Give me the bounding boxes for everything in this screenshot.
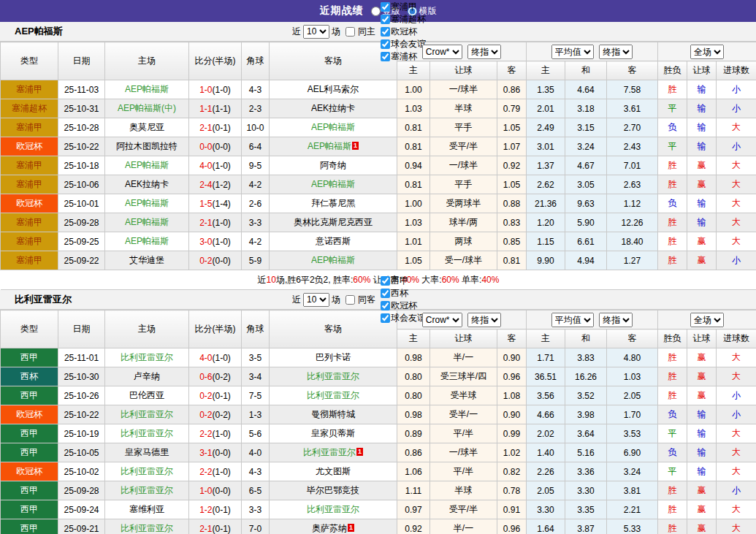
odds-handicap: 受三球半/四 [430, 367, 497, 386]
col-home: 主场 [105, 310, 189, 348]
team-label: 比利亚雷亚尔 [121, 485, 173, 495]
league-filter[interactable]: 欧冠杯 [378, 300, 426, 312]
result-goals: 大 [717, 424, 756, 443]
match-row: 塞浦甲25-09-22艾华迪堡0-2(0-0)5-9AEP帕福斯1.05受一/球… [1, 251, 756, 270]
league-badge: 塞浦甲 [1, 213, 58, 232]
odds-company-select[interactable]: Crow* [422, 313, 462, 327]
match-date: 25-10-26 [58, 386, 105, 405]
away-team: 曼彻斯特城 [270, 405, 397, 424]
odds-home: 1.06 [397, 462, 430, 481]
halftime-score: (1-0) [213, 237, 231, 247]
result-handicap: 输 [687, 80, 717, 99]
league-checkbox[interactable] [381, 301, 390, 310]
same-venue-label: 同主 [358, 26, 375, 38]
league-badge: 欧冠杯 [1, 194, 58, 213]
fulltime-score: 1-0 [199, 85, 212, 95]
fulltime-score: 0-0 [199, 142, 212, 152]
fulltime-select[interactable]: 全场 [690, 45, 724, 59]
summary-stat-value: 60% [442, 275, 459, 285]
avg-away: 3.61 [607, 99, 658, 118]
avg-away: 3.53 [607, 424, 658, 443]
team-label: AEP帕福斯 [125, 198, 169, 208]
odds-away: 1.05 [497, 118, 527, 137]
team-label: 比利亚雷亚尔 [121, 523, 173, 533]
league-checkbox[interactable] [381, 313, 390, 323]
league-badge: 欧冠杯 [1, 405, 58, 424]
league-badge: 西甲 [1, 519, 58, 534]
league-checkbox[interactable] [381, 27, 390, 37]
odds-home: 1.00 [397, 194, 430, 213]
fulltime-score: 2-4 [199, 180, 212, 190]
match-count-select[interactable]: 10 [303, 293, 329, 307]
halftime-score: (1-0) [213, 467, 231, 477]
avg-draw: 16.26 [565, 367, 607, 386]
league-checkbox[interactable] [381, 276, 390, 286]
result-handicap: 赢 [687, 386, 717, 405]
match-row: 塞浦甲25-09-28AEP帕福斯2-1(1-0)3-3奥林比克斯尼克西亚1.0… [1, 213, 756, 232]
match-row: 塞浦甲25-10-06AEK拉纳卡2-4(1-2)4-2AEP帕福斯0.81平手… [1, 175, 756, 194]
league-checkbox-label: 塞浦甲 [391, 1, 417, 13]
match-row: 塞浦超杯25-10-31AEP帕福斯(中)1-1(1-1)2-3AEK拉纳卡1.… [1, 99, 756, 118]
match-date: 25-11-03 [58, 80, 105, 99]
avg-away: 7.01 [607, 156, 658, 175]
odds-away: 0.82 [497, 462, 527, 481]
team-label: AEP帕福斯 [125, 160, 169, 170]
match-date: 25-09-28 [58, 481, 105, 500]
subcol-avg-away: 客 [607, 329, 658, 348]
avg-draw: 3.24 [565, 137, 607, 156]
odds-final-select[interactable]: 终指 [467, 45, 501, 59]
match-row: 西甲25-11-01比利亚雷亚尔4-0(1-0)3-5巴列卡诺0.98半/一0.… [1, 348, 756, 367]
league-filter[interactable]: 塞浦甲 [378, 1, 426, 13]
league-filter[interactable]: 西杯 [378, 287, 426, 300]
score-cell: 0-0(0-0) [189, 137, 242, 156]
league-filter[interactable]: 西甲 [378, 275, 426, 287]
league-checkbox[interactable] [381, 2, 390, 12]
halftime-score: (0-2) [213, 410, 231, 420]
home-team: 比利亚雷亚尔 [105, 424, 189, 443]
average-select[interactable]: 平均值 [551, 45, 594, 59]
result-goals: 小 [717, 405, 756, 424]
match-count-select[interactable]: 10 [303, 25, 329, 39]
average-final-select[interactable]: 终指 [599, 313, 633, 327]
same-venue-checkbox[interactable] [345, 295, 355, 305]
score-cell: 1-0(1-0) [189, 80, 242, 99]
odds-final-select[interactable]: 终指 [467, 313, 501, 327]
fulltime-select[interactable]: 全场 [690, 313, 724, 327]
match-date: 25-10-01 [58, 194, 105, 213]
col-home: 主场 [105, 42, 189, 80]
league-filter[interactable]: 塞浦超杯 [378, 13, 426, 26]
score-cell: 3-1(0-0) [189, 443, 242, 462]
avg-draw: 3.52 [565, 386, 607, 405]
score-cell: 1-2(0-1) [189, 500, 242, 519]
odds-company-select[interactable]: Crow* [422, 45, 462, 59]
league-checkbox[interactable] [381, 52, 390, 61]
avg-away: 1.03 [607, 367, 658, 386]
league-checkbox[interactable] [381, 289, 390, 298]
corners: 10-0 [242, 118, 270, 137]
corners: 1-3 [242, 405, 270, 424]
odds-home: 0.80 [397, 367, 430, 386]
league-filter[interactable]: 球会友谊 [378, 312, 426, 324]
league-filter[interactable]: 塞浦杯 [378, 50, 426, 63]
avg-home: 2.02 [527, 424, 565, 443]
home-team: 皇家马德里 [105, 443, 189, 462]
average-select[interactable]: 平均值 [551, 313, 594, 327]
halftime-score: (0-1) [213, 123, 231, 133]
summary-stat-value: 10 [267, 275, 276, 285]
halftime-score: (1-2) [213, 180, 231, 190]
odds-home: 0.89 [397, 424, 430, 443]
odds-home: 1.03 [397, 213, 430, 232]
result-handicap: 赢 [687, 232, 717, 251]
match-row: 欧冠杯25-10-02比利亚雷亚尔2-2(1-0)4-3尤文图斯1.06平/半0… [1, 462, 756, 481]
home-team: AEP帕福斯 [105, 194, 189, 213]
league-filter[interactable]: 欧冠杯 [378, 26, 426, 38]
col-corner: 角球 [242, 310, 270, 348]
league-checkbox[interactable] [381, 15, 390, 24]
league-checkbox[interactable] [381, 39, 390, 49]
halftime-score: (1-4) [213, 199, 231, 209]
same-venue-checkbox[interactable] [345, 27, 355, 37]
average-final-select[interactable]: 终指 [599, 45, 633, 59]
result-handicap: 输 [687, 99, 717, 118]
result-outcome: 胜 [658, 519, 687, 534]
league-filter[interactable]: 球会友谊 [378, 38, 426, 50]
